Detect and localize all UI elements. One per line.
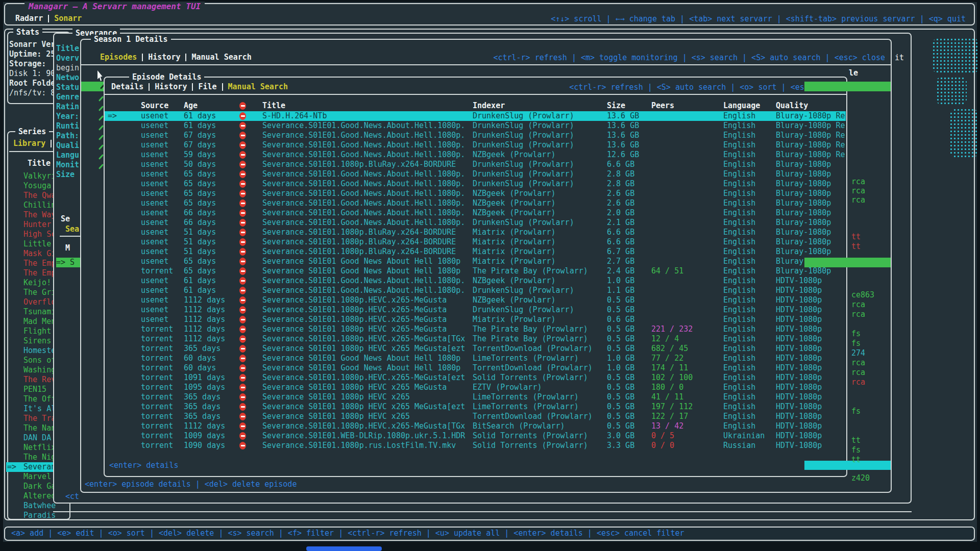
release-source: usenet xyxy=(141,305,168,315)
column-header-title[interactable]: Title xyxy=(262,101,285,111)
column-header-quality[interactable]: Quality xyxy=(776,101,808,111)
release-language: English xyxy=(723,421,755,431)
tab-library-label[interactable]: Library xyxy=(13,139,45,148)
rejected-icon xyxy=(239,355,246,362)
release-age: 51 days xyxy=(184,228,216,237)
library-text-fragment: fs xyxy=(851,407,861,416)
release-row[interactable]: usenet66 daysSeverance.S01E01.Good.News.… xyxy=(105,208,846,218)
release-row[interactable]: torrent60 daysSeverance S01E01 Good News… xyxy=(105,354,846,363)
release-row[interactable]: usenet65 daysSeverance.S01E01.Good.News.… xyxy=(105,169,846,179)
release-row[interactable]: usenet61 daysSeverance.S01E01.Good.News.… xyxy=(105,286,846,295)
series-title: Overflo xyxy=(23,297,56,307)
release-row[interactable]: torrent1090 daysSeverance.S01E01.1080p.r… xyxy=(105,441,846,450)
release-row[interactable]: =>usenet61 daysS-HD.H.264-NTbDrunkenSlug… xyxy=(105,111,846,121)
release-indexer: TorrentDownload (Prowlarr) xyxy=(473,412,593,421)
release-size: 13.6 GB xyxy=(607,121,639,131)
column-header-indexer[interactable]: Indexer xyxy=(473,101,505,111)
tab-history[interactable]: History xyxy=(148,53,180,62)
release-row[interactable]: torrent60 daysSeverance S01E01 Good News… xyxy=(105,363,846,373)
series-title: The Qwa xyxy=(23,191,56,201)
release-row[interactable]: usenet65 daysSeverance S01E01 Good News … xyxy=(105,257,846,266)
column-header-peers[interactable]: Peers xyxy=(651,101,674,111)
release-indexer: DrunkenSlug (Prowlarr) xyxy=(473,121,574,131)
release-row[interactable]: torrent1112 daysSeverance S01E01 1080p H… xyxy=(105,324,846,334)
series-title: Tsunami xyxy=(23,307,56,317)
release-row[interactable]: usenet59 daysSeverance.S01E01.Good.News.… xyxy=(105,150,846,160)
release-row[interactable]: torrent1095 daysSeverance S01E01 1080p H… xyxy=(105,383,846,392)
release-row[interactable]: usenet1112 daysSeverance.S01E01.1080p.HE… xyxy=(105,295,846,305)
release-row[interactable]: usenet1112 daysSeverance.S01E01.1080p.HE… xyxy=(105,315,846,324)
release-age: 61 days xyxy=(184,286,216,295)
release-row[interactable]: torrent65 daysSeverance S01E01 Good News… xyxy=(105,266,846,276)
release-row[interactable]: usenet65 daysSeverance.S01E01.Good.News.… xyxy=(105,189,846,198)
series-title: Valkyri xyxy=(23,171,56,181)
release-size: 13.6 GB xyxy=(607,111,639,121)
column-header-language[interactable]: Language xyxy=(723,101,760,111)
release-row[interactable]: torrent365 daysSeverance S01E01 1080p HE… xyxy=(105,392,846,402)
release-row[interactable]: torrent1009 daysSeverance.S01E01.WEB-DLR… xyxy=(105,431,846,441)
release-row[interactable]: usenet61 daysSeverance.S01E01.Good.News.… xyxy=(105,121,846,131)
library-text-fragment: it xyxy=(895,53,904,63)
release-language: English xyxy=(723,131,755,140)
tab-manual-search[interactable]: Manual Search xyxy=(228,82,288,92)
release-age: 61 days xyxy=(184,276,216,286)
series-title: The Nig xyxy=(23,453,56,462)
release-row[interactable]: usenet67 daysSeverance.S01E01.Good.News.… xyxy=(105,140,846,150)
library-text-fragment: 274 xyxy=(851,348,865,358)
column-header-age[interactable]: Age xyxy=(184,101,198,111)
release-age: 59 days xyxy=(184,150,216,160)
release-quality: HDTV-1080p xyxy=(776,276,846,286)
release-source: usenet xyxy=(141,179,168,189)
library-text-fragment: tt xyxy=(851,436,861,445)
rejected-icon xyxy=(239,335,246,343)
release-row[interactable]: usenet51 daysSeverance.S01E01.1080p.BluR… xyxy=(105,237,846,247)
release-indexer: Miatrix (Prowlarr) xyxy=(473,237,556,247)
column-header-source[interactable]: Source xyxy=(141,101,168,111)
tab-details[interactable]: Details xyxy=(111,82,143,92)
release-row[interactable]: usenet50 daysSeverance.S01E01.1080p.BluR… xyxy=(105,160,846,169)
tab-library[interactable]: Library xyxy=(13,139,57,148)
release-row[interactable]: torrent365 daysSeverance S01E01 1080p HE… xyxy=(105,402,846,412)
release-language: English xyxy=(723,179,755,189)
release-size: 1.1 GB xyxy=(607,286,634,295)
series-title: Marvel' xyxy=(23,472,56,482)
release-source: torrent xyxy=(141,402,173,412)
release-row[interactable]: torrent365 daysSeverance S01E01 1080p HE… xyxy=(105,412,846,421)
library-text-fragment: rca xyxy=(851,378,865,387)
release-row[interactable]: torrent1112 daysSeverance.S01E01.1080p.H… xyxy=(105,334,846,344)
release-row[interactable]: torrent1112 daysSeverance.S01E01.1080p.H… xyxy=(105,421,846,431)
stats-panel-title: Stats xyxy=(13,28,42,37)
release-row[interactable]: usenet67 daysSeverance.S01E01.Good.News.… xyxy=(105,131,846,140)
library-text-fragment: fs xyxy=(851,339,861,348)
tab-radarr[interactable]: Radarr xyxy=(15,14,43,23)
release-language: English xyxy=(723,140,755,150)
tab-episodes[interactable]: Episodes xyxy=(100,53,137,62)
release-row[interactable]: usenet51 daysSeverance.S01E01.1080p.BluR… xyxy=(105,228,846,237)
selected-season-row-fragment[interactable]: => S xyxy=(56,258,80,267)
release-quality: Bluray-1080p Re xyxy=(776,140,846,150)
release-quality: Bluray-1080p Re xyxy=(776,121,846,131)
release-row[interactable]: usenet65 daysSeverance.S01E01.Good.News.… xyxy=(105,179,846,189)
release-source: torrent xyxy=(141,324,173,334)
release-age: 1112 days xyxy=(184,324,225,334)
library-text-fragment: tt xyxy=(851,455,861,465)
column-header-size[interactable]: Size xyxy=(607,101,625,111)
release-row[interactable]: torrent365 daysSeverance S01E01 1080p HE… xyxy=(105,344,846,354)
release-row[interactable]: usenet65 daysSeverance.S01E01.Good.News.… xyxy=(105,198,846,208)
release-row[interactable]: torrent1091 daysSeverance.S01E01.1080p.H… xyxy=(105,373,846,383)
release-age: 1095 days xyxy=(184,383,225,392)
rejected-icon xyxy=(239,374,246,382)
tab-file[interactable]: File xyxy=(198,82,216,92)
tab-sonarr[interactable]: Sonarr xyxy=(54,14,82,23)
tab-manual-search[interactable]: Manual Search xyxy=(191,53,251,62)
release-size: 0.5 GB xyxy=(607,373,634,383)
release-row[interactable]: usenet66 daysSeverance.S01E01.Good.News.… xyxy=(105,218,846,228)
release-row[interactable]: usenet1112 daysSeverance.S01E01.1080p.HE… xyxy=(105,305,846,315)
tab-separator xyxy=(142,54,143,61)
release-row[interactable]: usenet51 daysSeverance.S01E01.1080p.BluR… xyxy=(105,247,846,257)
tab-history[interactable]: History xyxy=(155,82,187,92)
rejected-icon xyxy=(239,141,246,149)
release-row[interactable]: usenet61 daysSeverance.S01E01.Good.News.… xyxy=(105,276,846,286)
release-source: usenet xyxy=(141,218,168,228)
library-text-fragment: tt xyxy=(851,232,861,242)
